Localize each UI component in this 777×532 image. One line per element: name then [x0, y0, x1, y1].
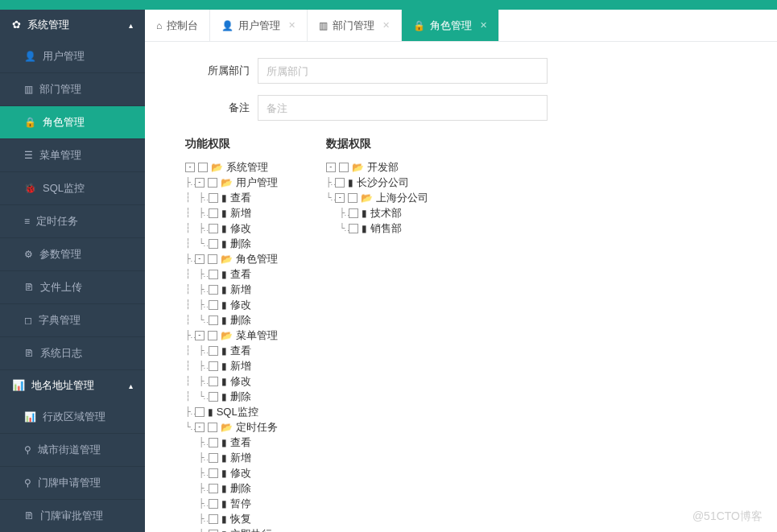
tree-label[interactable]: 销售部	[370, 221, 402, 236]
tree-checkbox[interactable]	[209, 468, 218, 478]
tree-checkbox[interactable]	[209, 361, 218, 371]
tab-role[interactable]: 🔒角色管理✕	[402, 10, 499, 41]
tree-label[interactable]: 用户管理	[236, 175, 278, 190]
file-icon: ▮	[221, 269, 227, 280]
tree-label[interactable]: 技术部	[370, 206, 402, 221]
tree-label[interactable]: 删除	[230, 313, 251, 328]
sidebar-item-log[interactable]: 🖹系统日志	[0, 337, 145, 370]
tree-label[interactable]: 菜单管理	[236, 328, 278, 343]
tree-label[interactable]: 定时任务	[236, 420, 278, 435]
tree-label[interactable]: 修改	[230, 221, 251, 236]
tree-checkbox[interactable]	[335, 178, 345, 188]
tree-label[interactable]: 修改	[230, 466, 251, 480]
tree-checkbox[interactable]	[209, 453, 218, 463]
sidebar-item-dept[interactable]: ▥部门管理	[0, 73, 145, 106]
tree-label[interactable]: 新增	[230, 359, 251, 373]
tree-checkbox[interactable]	[208, 254, 217, 264]
tree-checkbox[interactable]	[209, 392, 218, 402]
tree-checkbox[interactable]	[209, 484, 218, 493]
tree-checkbox[interactable]	[208, 423, 217, 432]
tree-label[interactable]: 删除	[230, 237, 251, 251]
tree-checkbox[interactable]	[339, 163, 349, 172]
expand-toggle[interactable]: -	[195, 331, 205, 340]
tree-label[interactable]: 修改	[230, 298, 251, 312]
sidebar-item-apply[interactable]: ⚲门牌申请管理	[0, 467, 145, 500]
expand-toggle[interactable]: -	[326, 163, 336, 172]
tree-checkbox[interactable]	[209, 438, 218, 447]
tree-checkbox[interactable]	[209, 377, 218, 386]
tree-label[interactable]: 查看	[230, 267, 251, 282]
sidebar-item-region[interactable]: 📊行政区域管理	[0, 401, 145, 434]
tree-checkbox[interactable]	[349, 224, 358, 233]
tree-checkbox[interactable]	[209, 208, 218, 218]
chart-icon: 📊	[12, 379, 25, 391]
tree-checkbox[interactable]	[208, 178, 217, 188]
folder-open-icon: 📂	[221, 177, 233, 188]
tab-console[interactable]: ⌂控制台	[145, 10, 210, 41]
tree-label[interactable]: 系统管理	[226, 160, 268, 175]
tab-dept[interactable]: ▥部门管理✕	[308, 10, 402, 41]
tree-label[interactable]: 查看	[230, 344, 251, 358]
tree-label[interactable]: 暂停	[230, 497, 251, 511]
dept-input[interactable]	[258, 58, 548, 84]
lock-icon: 🔒	[413, 20, 425, 31]
tree-checkbox[interactable]	[195, 407, 205, 417]
tree-label[interactable]: 恢复	[230, 512, 251, 526]
tree-checkbox[interactable]	[348, 193, 358, 203]
tree-checkbox[interactable]	[209, 285, 218, 295]
tree-label[interactable]: SQL监控	[217, 405, 258, 419]
tab-user[interactable]: 👤用户管理✕	[210, 10, 308, 41]
sidebar-group-system[interactable]: ✿系统管理 ▴	[0, 10, 145, 40]
tree-checkbox[interactable]	[198, 163, 208, 172]
tree-label[interactable]: 角色管理	[236, 252, 278, 266]
tree-checkbox[interactable]	[209, 514, 218, 524]
tree-label[interactable]: 修改	[230, 374, 251, 389]
tree-checkbox[interactable]	[209, 315, 218, 325]
sidebar-item-approve[interactable]: 🖹门牌审批管理	[0, 500, 145, 532]
sidebar-item-role[interactable]: 🔒角色管理	[0, 106, 145, 139]
tree-label[interactable]: 删除	[230, 481, 251, 496]
tree-label[interactable]: 查看	[230, 435, 251, 450]
remark-input[interactable]	[258, 95, 548, 121]
tree-label[interactable]: 开发部	[367, 160, 399, 175]
sidebar-item-upload[interactable]: 🖹文件上传	[0, 271, 145, 304]
tree-connector: └‥	[326, 192, 336, 203]
sidebar-item-menu[interactable]: ☰菜单管理	[0, 139, 145, 172]
tree-label[interactable]: 删除	[230, 390, 251, 404]
tree-label[interactable]: 新增	[230, 451, 251, 465]
tree-checkbox[interactable]	[209, 224, 218, 233]
sidebar-item-dict[interactable]: ◻字典管理	[0, 304, 145, 337]
tree-checkbox[interactable]	[209, 346, 218, 356]
func-tree: -📂系统管理├‥-📂用户管理┆ ├‥▮查看┆ ├‥▮新增┆ ├‥▮修改┆ └‥▮…	[185, 159, 278, 532]
tree-checkbox[interactable]	[209, 499, 218, 509]
sidebar-group-address[interactable]: 📊地名地址管理 ▴	[0, 370, 145, 401]
sidebar-item-street[interactable]: ⚲城市街道管理	[0, 434, 145, 467]
tree-label[interactable]: 长沙分公司	[357, 175, 409, 190]
tree-checkbox[interactable]	[209, 300, 218, 310]
tree-label[interactable]: 立即执行	[230, 527, 272, 533]
tree-checkbox[interactable]	[209, 270, 218, 279]
tree-connector: ┆ ├‥	[185, 192, 209, 203]
expand-toggle[interactable]: -	[195, 178, 205, 188]
close-icon[interactable]: ✕	[480, 20, 487, 31]
tree-label[interactable]: 查看	[230, 191, 251, 205]
close-icon[interactable]: ✕	[382, 20, 390, 31]
tree-label[interactable]: 上海分公司	[376, 191, 428, 205]
tree-checkbox[interactable]	[349, 208, 358, 218]
tree-label[interactable]: 新增	[230, 282, 251, 297]
sidebar-item-user[interactable]: 👤用户管理	[0, 40, 145, 73]
sidebar-item-schedule[interactable]: ≡定时任务	[0, 205, 145, 238]
expand-toggle[interactable]: -	[195, 254, 205, 264]
sidebar-item-params[interactable]: ⚙参数管理	[0, 238, 145, 271]
tree-label[interactable]: 新增	[230, 206, 251, 221]
expand-toggle[interactable]: -	[195, 423, 205, 432]
tree-checkbox[interactable]	[209, 239, 218, 249]
expand-toggle[interactable]: -	[335, 193, 345, 203]
tree-checkbox[interactable]	[209, 530, 218, 533]
close-icon[interactable]: ✕	[288, 20, 296, 31]
expand-toggle[interactable]: -	[185, 163, 195, 172]
sidebar-item-sql[interactable]: 🐞SQL监控	[0, 172, 145, 205]
tree-checkbox[interactable]	[208, 331, 217, 340]
file-icon: ▮	[362, 223, 367, 234]
tree-checkbox[interactable]	[209, 193, 218, 203]
